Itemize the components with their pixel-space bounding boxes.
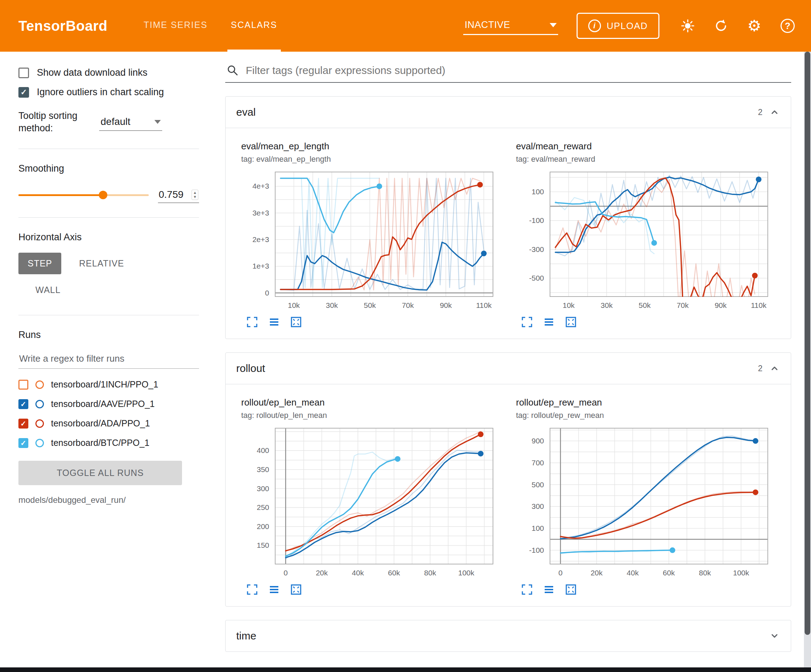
- chart-title: eval/mean_reward: [516, 141, 768, 152]
- plot-wrap: 01e+32e+33e+34e+3 10k30k50k70k90k110k: [241, 172, 493, 313]
- runs-filter-input[interactable]: [19, 350, 199, 369]
- run-row[interactable]: tensorboard/ADA/PPO_1: [19, 418, 199, 428]
- x-tick-label: 60k: [663, 569, 675, 577]
- x-tick-label: 50k: [638, 301, 651, 310]
- chart-tag: tag: rollout/ep_len_mean: [241, 411, 493, 420]
- section-header-time[interactable]: time: [226, 620, 791, 652]
- chevron-down-icon: [550, 23, 557, 27]
- section-header-eval[interactable]: eval 2: [226, 96, 791, 128]
- ignore-outliers-row[interactable]: Ignore outliers in chart scaling: [19, 87, 199, 98]
- y-tick-label: 700: [531, 459, 544, 467]
- x-tick-label: 20k: [591, 569, 603, 577]
- axis-step-button[interactable]: STEP: [19, 253, 61, 274]
- expand-chart-icon[interactable]: [246, 316, 258, 328]
- plot-area[interactable]: [550, 428, 768, 564]
- horizontal-axis-label: Horizontal Axis: [19, 232, 199, 243]
- brightness-icon[interactable]: [680, 18, 696, 34]
- collapse-chevron-up-icon[interactable]: [769, 363, 780, 374]
- stepper-up-icon[interactable]: ▲: [193, 191, 197, 195]
- scalar-chart-mean-reward: eval/mean_reward tag: eval/mean_reward -…: [516, 141, 768, 328]
- smoothing-label: Smoothing: [19, 163, 199, 174]
- y-axis: -500-300-100100: [516, 172, 550, 297]
- run-visibility-checkbox[interactable]: [19, 399, 28, 409]
- collapse-chevron-down-icon[interactable]: [769, 630, 780, 642]
- expand-chart-icon[interactable]: [521, 584, 533, 596]
- y-tick-label: 2e+3: [253, 235, 269, 244]
- data-list-icon[interactable]: [268, 584, 280, 596]
- plot-area[interactable]: [275, 172, 493, 297]
- tag-filter-input[interactable]: [246, 64, 790, 76]
- number-stepper[interactable]: ▲▼: [192, 190, 199, 200]
- y-tick-label: -100: [529, 216, 544, 225]
- y-tick-label: 900: [531, 437, 544, 445]
- y-tick-label: 300: [531, 502, 544, 511]
- status-dropdown[interactable]: INACTIVE: [463, 17, 558, 35]
- refresh-icon[interactable]: [713, 18, 729, 34]
- status-dropdown-value: INACTIVE: [465, 19, 510, 30]
- collapse-chevron-up-icon[interactable]: [769, 107, 780, 118]
- fit-domain-icon[interactable]: [290, 316, 302, 328]
- x-tick-label: 100k: [733, 569, 749, 577]
- tooltip-sorting-row: Tooltip sorting method: default: [19, 110, 199, 134]
- smoothing-slider-thumb[interactable]: [99, 191, 107, 199]
- x-tick-label: 0: [558, 569, 563, 577]
- run-row[interactable]: tensorboard/1INCH/PPO_1: [19, 379, 199, 389]
- fit-domain-icon[interactable]: [565, 584, 577, 596]
- smoothing-value-field[interactable]: 0.759 ▲▼: [158, 187, 199, 203]
- chevron-down-icon: [154, 120, 161, 124]
- x-tick-label: 10k: [563, 301, 575, 310]
- smoothing-slider[interactable]: [19, 194, 149, 196]
- chart-title: rollout/ep_rew_mean: [516, 397, 768, 408]
- show-download-links-row[interactable]: Show data download links: [19, 67, 199, 78]
- run-color-swatch[interactable]: [36, 419, 44, 428]
- settings-gear-icon[interactable]: ⚙: [747, 18, 762, 34]
- plot-area[interactable]: [550, 172, 768, 297]
- expand-chart-icon[interactable]: [246, 584, 258, 596]
- section-time: time: [225, 620, 791, 652]
- run-color-swatch[interactable]: [36, 439, 44, 447]
- y-tick-label: -500: [529, 274, 544, 283]
- run-color-swatch[interactable]: [36, 381, 44, 389]
- x-tick-label: 30k: [601, 301, 612, 310]
- tooltip-sorting-dropdown[interactable]: default: [99, 113, 162, 131]
- run-row[interactable]: tensorboard/AAVE/PPO_1: [19, 399, 199, 409]
- section-body: eval/mean_ep_length tag: eval/mean_ep_le…: [226, 128, 791, 339]
- help-icon[interactable]: ?: [780, 18, 796, 34]
- data-list-icon[interactable]: [543, 316, 555, 328]
- run-row[interactable]: tensorboard/BTC/PPO_1: [19, 438, 199, 448]
- vertical-scrollbar[interactable]: [804, 52, 811, 672]
- show-download-links-checkbox[interactable]: [19, 68, 29, 78]
- y-tick-label: 350: [257, 465, 269, 474]
- toggle-all-runs-button[interactable]: TOGGLE ALL RUNS: [19, 461, 182, 485]
- ignore-outliers-checkbox[interactable]: [19, 87, 29, 98]
- upload-button[interactable]: i UPLOAD: [577, 13, 660, 39]
- y-axis: 01e+32e+33e+34e+3: [241, 172, 275, 297]
- run-color-swatch[interactable]: [36, 400, 44, 408]
- tooltip-sorting-label: Tooltip sorting method:: [19, 110, 89, 134]
- scrollbar-thumb[interactable]: [804, 52, 810, 635]
- smoothing-slider-fill: [19, 194, 103, 196]
- tab-time-series[interactable]: TIME SERIES: [140, 0, 211, 52]
- plot-area[interactable]: [275, 428, 493, 564]
- data-list-icon[interactable]: [268, 316, 280, 328]
- runs-label: Runs: [19, 330, 199, 340]
- y-tick-label: 250: [257, 503, 269, 512]
- fit-domain-icon[interactable]: [290, 584, 302, 596]
- section-header-rollout[interactable]: rollout 2: [226, 353, 791, 384]
- run-visibility-checkbox[interactable]: [19, 380, 28, 389]
- y-tick-label: 150: [257, 541, 269, 550]
- chart-toolbar: [521, 316, 768, 328]
- horizontal-axis-toggle: STEP RELATIVE: [19, 253, 199, 274]
- axis-relative-button[interactable]: RELATIVE: [70, 253, 133, 274]
- run-visibility-checkbox[interactable]: [19, 419, 28, 428]
- info-icon: i: [588, 19, 601, 32]
- stepper-down-icon[interactable]: ▼: [193, 195, 197, 199]
- chart-title: rollout/ep_len_mean: [241, 397, 493, 408]
- x-tick-label: 50k: [364, 301, 376, 310]
- expand-chart-icon[interactable]: [521, 316, 533, 328]
- fit-domain-icon[interactable]: [565, 316, 577, 328]
- axis-wall-button[interactable]: WALL: [26, 279, 70, 301]
- data-list-icon[interactable]: [543, 584, 555, 596]
- tab-scalars[interactable]: SCALARS: [227, 0, 281, 52]
- run-visibility-checkbox[interactable]: [19, 438, 28, 448]
